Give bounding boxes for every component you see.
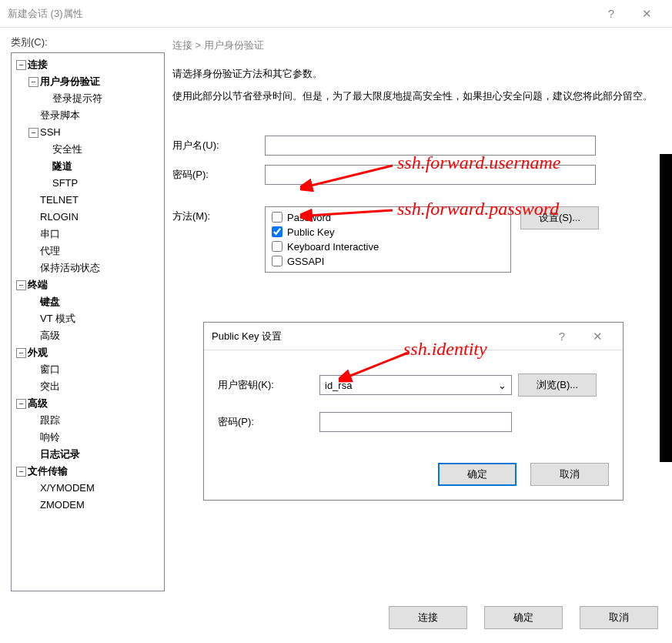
method-password[interactable]: Password [266, 210, 510, 225]
tree-xymodem[interactable]: X/YMODEM [40, 480, 95, 497]
desc-line2: 使用此部分以节省登录时间。但是，为了最大限度地提高安全性，如果担心安全问题，建议… [172, 89, 661, 105]
password-label: 密码(P): [172, 168, 265, 182]
userkey-combobox[interactable]: id_rsa ⌄ [319, 375, 512, 395]
tree-twisty-icon[interactable]: − [16, 348, 26, 358]
cancel-button[interactable]: 取消 [580, 606, 658, 629]
tree-sftp[interactable]: SFTP [52, 175, 78, 192]
tree-security[interactable]: 安全性 [52, 141, 82, 158]
tree-keyboard[interactable]: 键盘 [40, 293, 60, 310]
tree-twisty-icon[interactable]: − [16, 280, 26, 290]
tree-twisty-icon[interactable]: − [28, 77, 38, 87]
window-titlebar: 新建会话 (3)属性 ? ✕ [0, 0, 672, 28]
tree-tunnel[interactable]: 隧道 [52, 158, 72, 175]
publickey-dialog: Public Key 设置 ? ✕ 用户密钥(K): id_rsa ⌄ 浏览(B… [203, 322, 624, 501]
background-strip [660, 154, 672, 462]
help-button[interactable]: ? [593, 0, 629, 28]
tree-popout[interactable]: 突出 [40, 378, 60, 395]
tree-advanced-term[interactable]: 高级 [40, 327, 60, 344]
category-tree[interactable]: −连接 −用户身份验证 登录提示符 登录脚本 −SSH 安全性 [11, 52, 165, 591]
dialog-title: Public Key 设置 [212, 330, 544, 343]
tree-proxy[interactable]: 代理 [40, 243, 60, 260]
category-label: 类别(C): [11, 35, 48, 49]
tree-logging[interactable]: 日志记录 [40, 446, 80, 463]
settings-button[interactable]: 设置(S)... [520, 206, 599, 229]
dialog-password-input[interactable] [319, 412, 512, 432]
username-input[interactable] [265, 136, 596, 156]
tree-keepalive[interactable]: 保持活动状态 [40, 260, 100, 276]
tree-twisty-icon[interactable]: − [16, 60, 26, 70]
userkey-value: id_rsa [325, 380, 352, 391]
method-publickey-checkbox[interactable] [272, 226, 283, 237]
dialog-password-label: 密码(P): [218, 415, 319, 429]
method-publickey[interactable]: Public Key [266, 225, 510, 239]
tree-rlogin[interactable]: RLOGIN [40, 209, 79, 226]
method-password-checkbox[interactable] [272, 212, 283, 223]
tree-bell[interactable]: 响铃 [40, 429, 60, 446]
tree-loginprompt[interactable]: 登录提示符 [52, 90, 102, 107]
tree-trace[interactable]: 跟踪 [40, 412, 60, 429]
tree-loginscript[interactable]: 登录脚本 [40, 107, 80, 124]
breadcrumb: 连接 > 用户身份验证 [172, 39, 661, 52]
tree-vtmode[interactable]: VT 模式 [40, 310, 75, 327]
methods-list[interactable]: Password Public Key Keyboard Interactive… [265, 206, 511, 273]
dialog-help-button[interactable]: ? [544, 323, 580, 350]
dialog-ok-button[interactable]: 确定 [438, 463, 517, 486]
tree-window[interactable]: 窗口 [40, 361, 60, 378]
tree-zmodem[interactable]: ZMODEM [40, 497, 85, 514]
ok-button[interactable]: 确定 [484, 606, 563, 629]
tree-connection[interactable]: 连接 [28, 56, 48, 73]
tree-serial[interactable]: 串口 [40, 226, 60, 243]
connect-button[interactable]: 连接 [389, 606, 467, 629]
desc-line1: 请选择身份验证方法和其它参数。 [172, 66, 661, 82]
close-button[interactable]: ✕ [629, 0, 664, 28]
tree-advanced[interactable]: 高级 [28, 395, 48, 412]
browse-button[interactable]: 浏览(B)... [518, 373, 597, 397]
userkey-label: 用户密钥(K): [218, 378, 319, 392]
method-gssapi-checkbox[interactable] [272, 256, 283, 266]
tree-filetransfer[interactable]: 文件传输 [28, 463, 68, 480]
tree-ssh[interactable]: SSH [40, 124, 61, 141]
dialog-cancel-button[interactable]: 取消 [530, 463, 609, 486]
tree-twisty-icon[interactable]: − [28, 128, 38, 138]
tree-appearance[interactable]: 外观 [28, 344, 48, 361]
tree-twisty-icon[interactable]: − [16, 399, 26, 409]
tree-userauth[interactable]: 用户身份验证 [40, 73, 100, 90]
method-keyboard-checkbox[interactable] [272, 241, 283, 252]
tree-twisty-icon[interactable]: − [16, 467, 26, 477]
method-gssapi[interactable]: GSSAPI [266, 254, 510, 269]
method-keyboard[interactable]: Keyboard Interactive [266, 239, 510, 254]
tree-terminal[interactable]: 终端 [28, 276, 48, 293]
window-title: 新建会话 (3)属性 [8, 7, 593, 21]
username-label: 用户名(U): [172, 139, 265, 152]
dialog-close-button[interactable]: ✕ [580, 323, 615, 350]
tree-telnet[interactable]: TELNET [40, 192, 79, 209]
password-input[interactable] [265, 165, 596, 185]
method-label: 方法(M): [172, 206, 265, 223]
chevron-down-icon: ⌄ [498, 380, 507, 391]
